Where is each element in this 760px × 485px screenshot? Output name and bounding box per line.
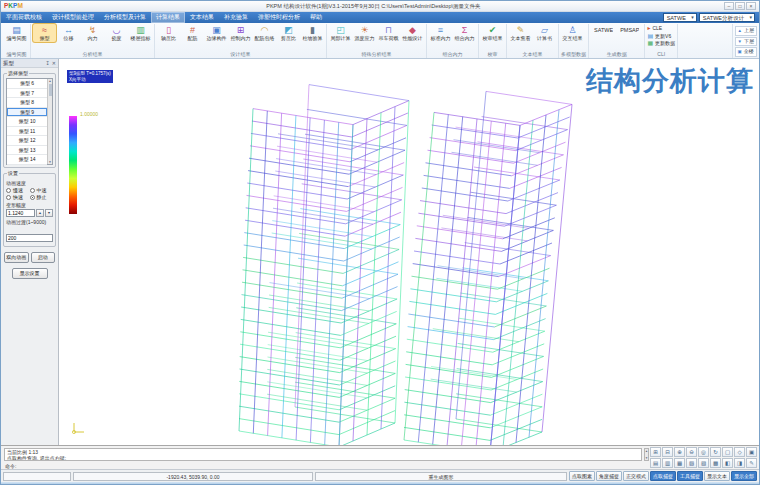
layer-display-icon[interactable]: ▩ xyxy=(710,458,721,468)
close-icon[interactable]: ✕ xyxy=(52,60,56,66)
menu-tab[interactable]: 设计模型前处理 xyxy=(47,12,99,23)
workflow-combo[interactable]: SATWE分析设计▾ xyxy=(699,13,755,22)
crane-load-icon[interactable]: ⊓吊车荷载 xyxy=(377,24,400,42)
zoom-out-icon[interactable]: ⊖ xyxy=(686,447,697,457)
mode-list-item[interactable]: 振型 8 xyxy=(7,98,47,108)
maximize-button[interactable]: □ xyxy=(735,2,745,10)
mode-list-item[interactable]: 振型 14 xyxy=(7,155,47,165)
menu-tab[interactable]: 分析模型及计算 xyxy=(99,12,151,23)
report-icon[interactable]: ▱计算书 xyxy=(533,24,556,42)
command-history[interactable]: 当前比例 1:13 点取构件查询, 退出点右键: xyxy=(4,448,642,461)
menu-tab[interactable]: 文本结果 xyxy=(185,12,219,23)
displacement-icon[interactable]: ↔位移 xyxy=(57,24,80,42)
update-v6-icon[interactable]: ▤更新V6 xyxy=(647,33,675,40)
light-display-icon[interactable]: ◧ xyxy=(722,458,733,468)
display-settings-button[interactable]: 显示设置 xyxy=(12,268,48,279)
numbering-diagram-icon[interactable]: ▤编号简图 xyxy=(5,24,28,42)
speed-radio[interactable]: 静止 xyxy=(30,194,54,200)
local-analysis-icon[interactable]: ◰局部计算 xyxy=(329,24,352,42)
material-display-icon[interactable]: ▨ xyxy=(698,458,709,468)
shade-display-icon[interactable]: ▥ xyxy=(662,458,673,468)
minimize-button[interactable]: – xyxy=(724,2,734,10)
status-toggle[interactable]: 角度捕捉 xyxy=(596,471,622,481)
text-view-icon[interactable]: ✎文本查看 xyxy=(509,24,532,42)
upper-storey-icon[interactable]: ▲上层 xyxy=(735,26,757,36)
mode-list-item[interactable]: 振型 7 xyxy=(7,89,47,99)
section-view-icon[interactable]: ▧ xyxy=(686,458,697,468)
frames-input[interactable] xyxy=(6,234,53,242)
internal-force-icon[interactable]: ↯内力 xyxy=(81,24,104,42)
amplitude-decrease-button[interactable]: ▼ xyxy=(45,209,53,217)
zoom-window-icon[interactable]: ⊞ xyxy=(650,447,661,457)
standard-force-icon[interactable]: ≡标准内力 xyxy=(429,24,452,42)
mode-list-item[interactable]: 振型 11 xyxy=(7,127,47,137)
status-input-box[interactable] xyxy=(3,472,71,481)
status-toggle[interactable]: 工具捕捉 xyxy=(677,471,703,481)
rebar-envelope-icon[interactable]: ◠配筋包络 xyxy=(253,24,276,42)
mode-list-item[interactable]: 振型 12 xyxy=(7,136,47,146)
zoom-extents-icon[interactable]: ⊟ xyxy=(662,447,673,457)
whole-building-icon[interactable]: ▣全楼 xyxy=(735,47,757,57)
grid-display-icon[interactable]: ▦ xyxy=(674,458,685,468)
axial-ratio-icon[interactable]: ▯轴压比 xyxy=(157,24,180,42)
status-toggle[interactable]: 显示文本 xyxy=(704,471,730,481)
mode-list-item[interactable]: 振型 13 xyxy=(7,146,47,156)
command-scrollbar[interactable]: ▲▼ xyxy=(644,448,649,461)
mode-list-item[interactable]: 振型 9 xyxy=(7,108,47,118)
front-view-icon[interactable]: ▢ xyxy=(722,447,733,457)
annotate-view-icon[interactable]: ✎ xyxy=(746,458,757,468)
animate-button[interactable]: 双向动画 xyxy=(4,252,29,263)
edge-member-icon[interactable]: ▣边缘构件 xyxy=(205,24,228,42)
speed-radio[interactable]: 慢速 xyxy=(6,187,30,193)
wireframe-display-icon[interactable]: ▤ xyxy=(650,458,661,468)
menu-tab[interactable]: 弹塑性时程分析 xyxy=(253,12,305,23)
status-toggle[interactable]: 显示全部 xyxy=(731,471,757,481)
module-combo[interactable]: SATWE▾ xyxy=(663,13,697,22)
check-review-icon[interactable]: ✔校审结果 xyxy=(481,24,504,42)
scroll-thumb[interactable] xyxy=(49,84,52,96)
drawing-canvas[interactable]: 第9振型 T=0.1757(s) X向平动 1.00000 结构分析计算 xyxy=(59,59,759,445)
full-view-icon[interactable]: ▣ xyxy=(746,447,757,457)
start-button[interactable]: 启动 xyxy=(31,252,56,263)
combined-force-icon[interactable]: Σ组合内力 xyxy=(453,24,476,42)
pmsap-button[interactable]: PMSAP xyxy=(617,24,642,34)
status-toggle[interactable]: 正交模式 xyxy=(623,471,649,481)
mode-list-scrollbar[interactable]: ▲ ▼ xyxy=(47,79,52,164)
interactive-result-icon[interactable]: ♙交互结果 xyxy=(561,24,584,42)
menu-tab[interactable]: 平面荷载校核 xyxy=(1,12,47,23)
cle-icon[interactable]: ▸CLE xyxy=(647,25,675,32)
lower-storey-icon[interactable]: ▼下层 xyxy=(735,37,757,47)
mode-list-item[interactable]: 振型 6 xyxy=(7,79,47,89)
pan-icon[interactable]: ◎ xyxy=(698,447,709,457)
shear-ratio-icon[interactable]: ◩剪压比 xyxy=(277,24,300,42)
zoom-in-icon[interactable]: ⊕ xyxy=(674,447,685,457)
scroll-up-icon[interactable]: ▲ xyxy=(49,79,52,83)
menu-tab[interactable]: 补充验算 xyxy=(219,12,253,23)
close-button[interactable]: × xyxy=(746,2,756,10)
menu-tab[interactable]: 帮助 xyxy=(305,12,327,23)
amplitude-increase-button[interactable]: ▲ xyxy=(36,209,44,217)
speed-radio[interactable]: 中速 xyxy=(30,187,54,193)
thermal-stress-icon[interactable]: ☀温度应力 xyxy=(353,24,376,42)
pin-icon[interactable]: ↧ xyxy=(46,60,50,66)
status-toggle[interactable]: 点取捕捉 xyxy=(650,471,676,481)
update-data-icon[interactable]: ▦更新数据 xyxy=(647,40,675,47)
speed-radio[interactable]: 快速 xyxy=(6,194,30,200)
deflection-icon[interactable]: ◡挠度 xyxy=(105,24,128,42)
capture-view-icon[interactable]: ◨ xyxy=(734,458,745,468)
rotate-view-icon[interactable]: ↻ xyxy=(710,447,721,457)
command-prompt[interactable]: 命令: xyxy=(5,463,16,469)
status-toggle[interactable]: 点取图素 xyxy=(569,471,595,481)
amplitude-input[interactable] xyxy=(6,209,35,217)
performance-design-icon[interactable]: ◆性能设计 xyxy=(401,24,424,42)
satwe-button[interactable]: SATWE xyxy=(591,24,616,34)
iso-view-icon[interactable]: ◇ xyxy=(734,447,745,457)
mode-list-item[interactable]: 振型 10 xyxy=(7,117,47,127)
menu-tab[interactable]: 计算结果 xyxy=(151,12,185,23)
mode-shape-icon[interactable]: ≈振型 xyxy=(33,24,56,42)
scroll-down-icon[interactable]: ▼ xyxy=(49,160,52,164)
control-force-icon[interactable]: ⊞控制内力 xyxy=(229,24,252,42)
column-wall-check-icon[interactable]: ▮柱墙验算 xyxy=(301,24,324,42)
reinforcement-icon[interactable]: #配筋 xyxy=(181,24,204,42)
storey-index-icon[interactable]: ▥楼层指标 xyxy=(129,24,152,42)
